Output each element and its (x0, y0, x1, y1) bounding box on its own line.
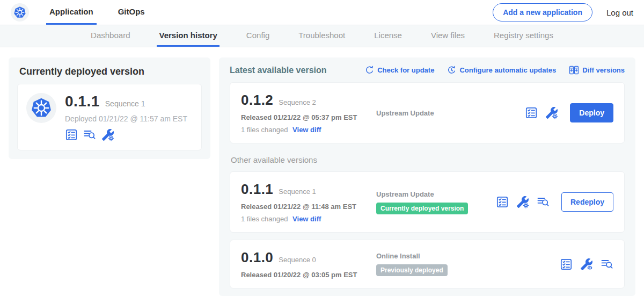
view-diff-link[interactable]: View diff (292, 215, 321, 223)
version-number: 0.1.2 (241, 92, 273, 109)
released-timestamp: Released 01/20/22 @ 03:05 pm EST (241, 271, 376, 279)
currently-deployed-title: Currently deployed version (17, 65, 202, 77)
deploy-logs-icon[interactable] (537, 196, 550, 208)
deploy-logs-icon[interactable] (601, 258, 613, 271)
refresh-icon (365, 66, 374, 75)
version-source-label: Online Install (376, 252, 560, 260)
kubernetes-logo-icon (26, 93, 56, 123)
previously-deployed-badge: Previously deployed (376, 264, 448, 276)
subnav-tab-registry-settings[interactable]: Registry settings (492, 25, 555, 47)
subnav-tab-troubleshoot[interactable]: Troubleshoot (296, 25, 347, 47)
deployed-sequence-label: Sequence 1 (105, 99, 145, 108)
currently-deployed-panel: Currently deployed version 0.1.1 Sequenc… (9, 57, 210, 159)
schedule-update-icon (447, 66, 456, 75)
version-source-label: Upstream Update (376, 109, 525, 117)
version-row-0-1-2: 0.1.2 Sequence 2 Released 01/21/22 @ 05:… (230, 82, 625, 143)
view-config-icon[interactable] (580, 258, 593, 271)
tab-gitops[interactable]: GitOps (115, 0, 148, 25)
main-content: Currently deployed version 0.1.1 Sequenc… (0, 47, 644, 296)
sequence-label: Sequence 2 (279, 98, 316, 106)
kubernetes-logo-icon (11, 3, 29, 21)
version-number: 0.1.0 (241, 249, 273, 266)
configure-automatic-updates-label: Configure automatic updates (459, 66, 556, 74)
version-history-panel: Latest available version Check for updat… (219, 57, 635, 296)
version-row-0-1-0: 0.1.0 Sequence 0 Released 01/20/22 @ 03:… (230, 240, 625, 288)
app-logo (11, 0, 29, 25)
subnav-tab-view-files[interactable]: View files (429, 25, 467, 47)
deployed-timestamp: Deployed 01/21/22 @ 11:57 am EST (65, 114, 187, 123)
currently-deployed-badge: Currently deployed version (376, 203, 468, 214)
view-diff-link[interactable]: View diff (292, 126, 321, 134)
deployed-version-card: 0.1.1 Sequence 1 Deployed 01/21/22 @ 11:… (17, 84, 202, 150)
diff-icon (569, 65, 579, 75)
released-timestamp: Released 01/21/22 @ 05:37 pm EST (241, 113, 376, 121)
preflight-checks-icon[interactable] (525, 106, 538, 119)
preflight-checks-icon[interactable] (496, 196, 509, 208)
add-new-application-button[interactable]: Add a new application (493, 3, 592, 21)
logout-button[interactable]: Log out (606, 8, 633, 17)
app-subnav: Dashboard Version history Config Trouble… (0, 25, 644, 47)
files-changed-label: 1 files changed (241, 215, 288, 223)
version-row-0-1-1: 0.1.1 Sequence 1 Released 01/21/22 @ 11:… (230, 171, 625, 233)
edit-config-icon[interactable] (516, 196, 529, 208)
subnav-tab-config[interactable]: Config (244, 25, 272, 47)
files-changed-label: 1 files changed (241, 126, 288, 134)
version-source-label: Upstream Update (376, 190, 496, 198)
preflight-checks-icon[interactable] (65, 128, 78, 141)
latest-available-version-title: Latest available version (230, 66, 327, 75)
other-available-versions-title: Other available versions (230, 155, 625, 164)
check-for-update-label: Check for update (377, 66, 434, 74)
diff-versions-label: Diff versions (582, 66, 625, 74)
released-timestamp: Released 01/21/22 @ 11:48 am EST (241, 203, 376, 211)
tab-application[interactable]: Application (46, 0, 97, 25)
redeploy-button[interactable]: Redeploy (561, 192, 613, 212)
edit-config-icon[interactable] (101, 128, 114, 141)
sequence-label: Sequence 1 (279, 187, 316, 196)
preflight-checks-icon[interactable] (560, 258, 573, 271)
edit-config-icon[interactable] (545, 106, 558, 119)
topnav-tabs: Application GitOps (46, 0, 148, 25)
sequence-label: Sequence 0 (279, 256, 316, 264)
deployed-version-number: 0.1.1 (65, 93, 100, 110)
deploy-logs-icon[interactable] (83, 128, 96, 141)
version-number: 0.1.1 (241, 181, 273, 198)
check-for-update-link[interactable]: Check for update (365, 66, 434, 75)
subnav-tab-license[interactable]: License (372, 25, 404, 47)
top-navbar: Application GitOps Add a new application… (0, 0, 644, 25)
subnav-tab-version-history[interactable]: Version history (157, 25, 219, 47)
configure-automatic-updates-link[interactable]: Configure automatic updates (447, 66, 556, 75)
diff-versions-link[interactable]: Diff versions (569, 65, 625, 75)
deploy-button[interactable]: Deploy (570, 103, 613, 122)
subnav-tab-dashboard[interactable]: Dashboard (89, 25, 132, 47)
